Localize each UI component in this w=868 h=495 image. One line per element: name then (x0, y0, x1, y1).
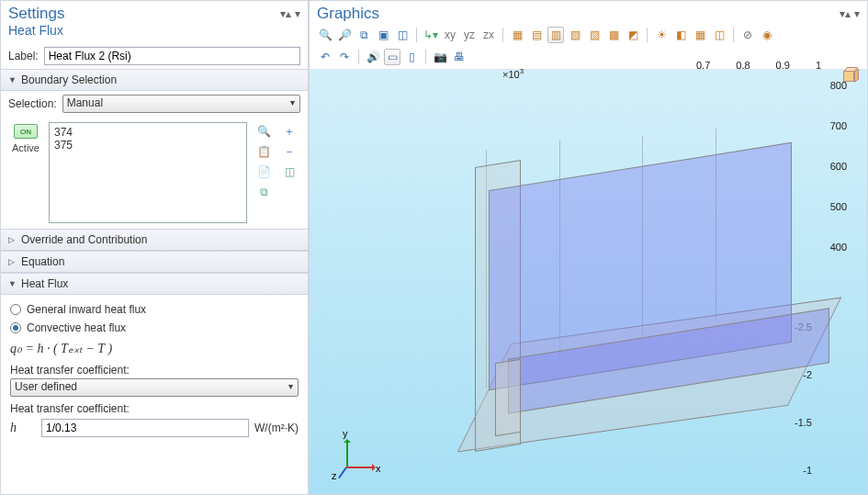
add-icon[interactable]: ＋ (282, 124, 297, 139)
heat-flux-body: General inward heat flux Convective heat… (1, 295, 308, 444)
zoom-in-icon[interactable]: 🔍 (317, 27, 333, 43)
pin-icon[interactable]: ▾▴ (280, 7, 291, 20)
scene-light-icon[interactable]: ☀ (653, 27, 670, 43)
paste-icon[interactable]: 📄 (256, 164, 271, 179)
active-toggle[interactable]: ON (14, 124, 38, 139)
h-symbol: h (10, 417, 36, 439)
panel-dropdown-icon[interactable]: ▾ (854, 7, 860, 20)
list-item[interactable]: 375 (54, 139, 242, 152)
transparency-icon[interactable]: ▦ (509, 27, 525, 43)
zoom-box-icon[interactable]: ⧉ (355, 27, 372, 43)
axis-x-label: x (376, 463, 381, 474)
chevron-right-icon: ▷ (8, 257, 15, 266)
list-item[interactable]: 374 (54, 126, 242, 139)
section-heat-flux[interactable]: ▼ Heat Flux (1, 273, 308, 295)
mesh-icon[interactable]: ◫ (711, 27, 727, 43)
material-icon[interactable]: ◧ (672, 27, 689, 43)
select-all-icon[interactable]: ◉ (759, 27, 775, 43)
axis-toggle-icon[interactable]: ↳▾ (423, 27, 439, 43)
graphics-panel: Graphics ▾▴ ▾ 🔍 🔎 ⧉ ▣ ◫ ↳▾ xy yz zx ▦ ▤ … (309, 0, 868, 495)
panel-menu-icon[interactable]: ▾ (295, 7, 300, 20)
model-geometry (411, 113, 806, 453)
select-box-icon[interactable]: ⧉ (256, 185, 271, 199)
section-boundary-selection[interactable]: ▼ Boundary Selection (1, 69, 308, 91)
panel-menu-icon[interactable]: ▾▴ (840, 7, 851, 20)
select-none-icon[interactable]: ⊘ (739, 27, 756, 43)
h-unit: W/(m²·K) (254, 422, 299, 434)
scale-exponent: ×103 (502, 67, 524, 80)
remove-icon[interactable]: － (282, 144, 297, 159)
graphics-canvas[interactable]: ×103 0.7 0.8 0.9 1 800 700 600 500 400 -… (310, 58, 867, 494)
shade-icon[interactable]: ▧ (567, 27, 583, 43)
h-value-input[interactable] (41, 419, 249, 437)
selection-label: Selection: (8, 97, 57, 110)
copy-icon[interactable]: 📋 (256, 144, 271, 159)
active-label: Active (12, 142, 39, 153)
intersect-icon[interactable]: ◫ (282, 164, 297, 179)
lighting-icon[interactable]: ▥ (547, 27, 564, 43)
wireframe-icon[interactable]: ▤ (528, 27, 545, 43)
zoom-extents-icon[interactable]: ▣ (375, 27, 391, 43)
htc-label-2: Heat transfer coefficient: (10, 397, 299, 417)
zoom-out-icon[interactable]: 🔎 (336, 27, 353, 43)
section-override[interactable]: ▷ Override and Contribution (1, 229, 308, 251)
settings-subtitle: Heat Flux (1, 23, 308, 43)
axis-z-label: z (332, 470, 337, 481)
radio-general[interactable]: General inward heat flux (10, 300, 299, 319)
render-icon[interactable]: ▨ (586, 27, 603, 43)
view-cube-icon[interactable] (840, 65, 860, 85)
ticks-right: 800 700 600 500 400 (830, 80, 847, 253)
view-xy-icon[interactable]: xy (442, 27, 458, 43)
selection-dropdown[interactable]: Manual (62, 95, 300, 113)
graphics-title: Graphics (317, 5, 379, 23)
clip-icon[interactable]: ◩ (625, 27, 641, 43)
label-input[interactable] (44, 47, 300, 65)
view-yz-icon[interactable]: yz (461, 27, 478, 43)
settings-title: Settings (8, 5, 64, 23)
ticks-top: 0.7 0.8 0.9 1 (696, 60, 821, 71)
radio-icon (10, 322, 21, 333)
htc-type-dropdown[interactable]: User defined (10, 378, 299, 397)
label-label: Label: (8, 50, 39, 62)
zoom-selection-icon[interactable]: 🔍 (256, 124, 271, 139)
chevron-down-icon: ▼ (8, 279, 17, 288)
section-equation[interactable]: ▷ Equation (1, 251, 308, 273)
chevron-down-icon: ▼ (8, 75, 17, 84)
boundary-list[interactable]: 374 375 (49, 122, 247, 223)
settings-panel: Settings ▾▴ ▾ Heat Flux Label: ▼ Boundar… (0, 0, 309, 495)
htc-label: Heat transfer coefficient: (10, 360, 299, 378)
hide-icon[interactable]: ▩ (605, 27, 622, 43)
radio-icon (10, 304, 21, 315)
radio-convective[interactable]: Convective heat flux (10, 319, 299, 337)
chevron-right-icon: ▷ (8, 235, 15, 244)
axis-y-label: y (343, 428, 348, 439)
grid-icon[interactable]: ▦ (692, 27, 708, 43)
zoom-selected-icon[interactable]: ◫ (394, 27, 411, 43)
equation-display: q₀ = h · ( Tₑₓₜ − T ) (10, 337, 299, 360)
view-zx-icon[interactable]: zx (480, 27, 497, 43)
